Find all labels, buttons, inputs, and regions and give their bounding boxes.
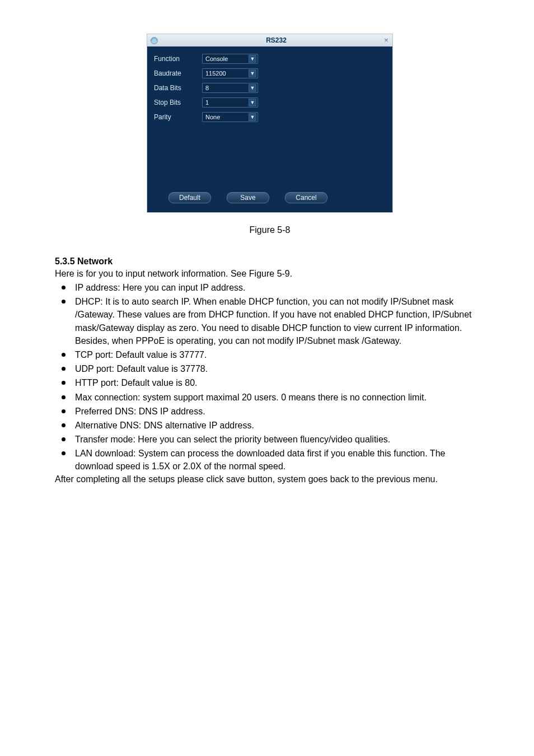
chevron-down-icon: ▼ — [249, 84, 256, 92]
bullet-list: IP address: Here you can input IP addres… — [55, 281, 485, 473]
rs232-dialog: RS232 × Function Console ▼ Baudrate 1152… — [147, 34, 393, 213]
figure-caption: Figure 5-8 — [55, 225, 485, 235]
select-stop-bits-value: 1 — [205, 99, 209, 106]
dialog-buttons: Default Save Cancel — [154, 192, 386, 203]
chevron-down-icon: ▼ — [249, 113, 256, 121]
label-data-bits: Data Bits — [154, 84, 202, 92]
list-item: Alternative DNS: DNS alternative IP addr… — [55, 419, 485, 432]
section-heading: 5.3.5 Network — [55, 256, 485, 267]
list-item: Preferred DNS: DNS IP address. — [55, 405, 485, 418]
row-function: Function Console ▼ — [154, 52, 386, 66]
close-icon[interactable]: × — [382, 36, 390, 44]
chevron-down-icon: ▼ — [249, 69, 256, 77]
select-stop-bits[interactable]: 1 ▼ — [202, 97, 258, 108]
section-outro: After completing all the setups please c… — [55, 474, 485, 484]
select-data-bits-value: 8 — [205, 85, 209, 91]
section-intro: Here is for you to input network informa… — [55, 269, 485, 279]
select-parity[interactable]: None ▼ — [202, 112, 258, 122]
default-button[interactable]: Default — [168, 192, 211, 203]
list-item: UDP port: Default value is 37778. — [55, 362, 485, 375]
row-data-bits: Data Bits 8 ▼ — [154, 81, 386, 95]
dialog-title: RS232 — [160, 36, 392, 44]
list-item: DHCP: It is to auto search IP. When enab… — [55, 295, 485, 347]
dialog-spacer — [154, 125, 386, 192]
row-parity: Parity None ▼ — [154, 110, 386, 124]
label-baudrate: Baudrate — [154, 69, 202, 77]
select-baudrate-value: 115200 — [205, 70, 226, 77]
row-stop-bits: Stop Bits 1 ▼ — [154, 96, 386, 109]
label-parity: Parity — [154, 113, 202, 121]
list-item: IP address: Here you can input IP addres… — [55, 281, 485, 294]
select-data-bits[interactable]: 8 ▼ — [202, 83, 258, 93]
list-item: LAN download: System can process the dow… — [55, 447, 485, 473]
label-function: Function — [154, 55, 202, 63]
save-button[interactable]: Save — [227, 192, 269, 203]
select-parity-value: None — [205, 114, 220, 120]
dialog-icon — [149, 35, 159, 45]
list-item: Max connection: system support maximal 2… — [55, 391, 485, 404]
cancel-button[interactable]: Cancel — [285, 192, 327, 203]
label-stop-bits: Stop Bits — [154, 99, 202, 106]
list-item: HTTP port: Default value is 80. — [55, 376, 485, 389]
select-baudrate[interactable]: 115200 ▼ — [202, 68, 258, 78]
dialog-titlebar: RS232 × — [147, 34, 392, 46]
list-item: TCP port: Default value is 37777. — [55, 348, 485, 361]
row-baudrate: Baudrate 115200 ▼ — [154, 67, 386, 80]
select-function[interactable]: Console ▼ — [202, 54, 258, 64]
list-item: Transfer mode: Here you can select the p… — [55, 433, 485, 446]
chevron-down-icon: ▼ — [249, 55, 256, 63]
document-page: RS232 × Function Console ▼ Baudrate 1152… — [0, 0, 534, 484]
dialog-body: Function Console ▼ Baudrate 115200 ▼ Dat… — [147, 46, 392, 212]
select-function-value: Console — [205, 55, 228, 62]
chevron-down-icon: ▼ — [249, 99, 256, 106]
